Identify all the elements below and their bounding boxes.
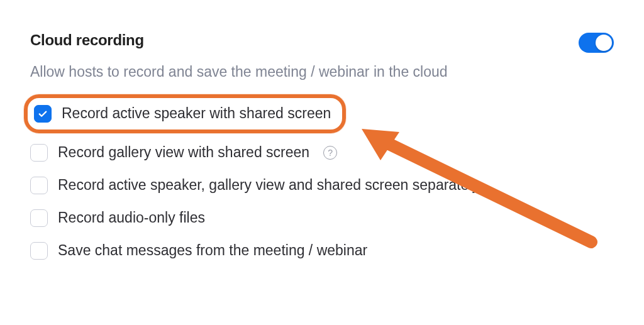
check-icon [37, 108, 48, 119]
section-title: Cloud recording [30, 31, 144, 49]
cloud-recording-toggle[interactable] [579, 33, 614, 53]
options-list: Record active speaker with shared screen… [30, 98, 614, 260]
help-icon[interactable]: ? [323, 146, 337, 160]
option-label: Record active speaker, gallery view and … [58, 176, 479, 195]
option-record-gallery-shared: Record gallery view with shared screen ? [30, 143, 614, 162]
option-label: Record audio-only files [58, 209, 205, 228]
option-label: Record gallery view with shared screen [58, 143, 309, 162]
option-record-audio-only: Record audio-only files [30, 209, 614, 228]
checkbox-record-separately[interactable] [30, 177, 48, 194]
checkbox-record-gallery-shared[interactable] [30, 144, 48, 162]
option-record-active-speaker-shared: Record active speaker with shared screen [24, 94, 346, 133]
option-label: Save chat messages from the meeting / we… [58, 241, 367, 260]
toggle-knob [596, 35, 612, 51]
option-record-separately: Record active speaker, gallery view and … [30, 176, 614, 195]
option-label: Record active speaker with shared screen [62, 104, 331, 123]
section-header: Cloud recording [30, 31, 614, 53]
checkbox-record-audio-only[interactable] [30, 209, 48, 227]
checkbox-record-active-speaker-shared[interactable] [34, 105, 52, 123]
section-description: Allow hosts to record and save the meeti… [30, 62, 614, 82]
option-save-chat: Save chat messages from the meeting / we… [30, 241, 614, 260]
checkbox-save-chat[interactable] [30, 242, 48, 260]
